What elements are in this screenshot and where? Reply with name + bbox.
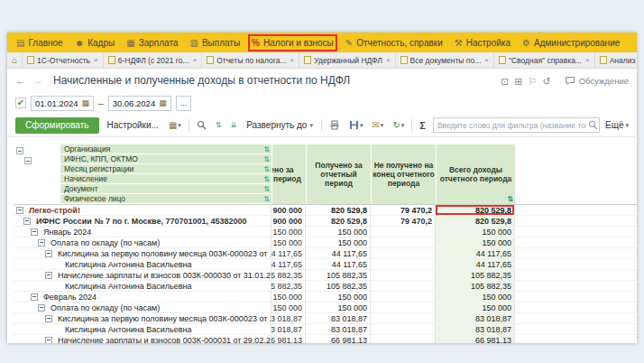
search-button[interactable]: [195, 117, 208, 134]
collapse-icon[interactable]: [38, 304, 45, 312]
table-row[interactable]: Легко-строй! 900 000 820 529,8 79 470,2 …: [14, 205, 637, 216]
collapse-icon[interactable]: [45, 315, 52, 322]
row-label-cell[interactable]: Кислицина за первую половину месяца 003К…: [14, 313, 271, 323]
cell-not-received[interactable]: [371, 259, 436, 269]
cell-not-received[interactable]: [371, 335, 436, 343]
grouping-field[interactable]: Документ ⇅: [60, 184, 271, 194]
cell-accrued[interactable]: 150 000: [271, 237, 306, 247]
cell-accrued[interactable]: 150 000: [271, 227, 306, 237]
cell-accrued[interactable]: 900 000: [271, 205, 306, 215]
form-tab[interactable]: 1С-Отчетность ×: [23, 52, 104, 68]
cell-received[interactable]: 105 882,35: [306, 270, 371, 280]
row-label-cell[interactable]: Кислицина Антонина Васильевна: [14, 281, 271, 291]
table-row[interactable]: Оплата по окладу (по часам) 150 000 150 …: [14, 237, 637, 248]
cell-total[interactable]: 44 117,65: [436, 248, 515, 258]
table-row[interactable]: Кислицина Антонина Васильевна 83 018,87 …: [14, 324, 637, 335]
more-button[interactable]: Ещё ▾: [605, 120, 629, 130]
row-label-cell[interactable]: Кислицина за первую половину месяца 003К…: [14, 248, 271, 258]
cell-not-received[interactable]: [371, 227, 436, 237]
menu-item[interactable]: ▥ Выплаты: [189, 38, 240, 48]
sort-icon[interactable]: ⇅: [507, 195, 513, 204]
row-label-cell[interactable]: ИФНС России № 7 по г. Москве, 770701001,…: [14, 216, 271, 226]
cell-not-received[interactable]: 79 470,2: [371, 205, 436, 215]
tab-close-icon[interactable]: ×: [94, 56, 98, 64]
row-label-cell[interactable]: Февраль 2024: [14, 292, 271, 302]
menu-item[interactable]: % Налоги и взносы: [252, 38, 334, 48]
tab-close-icon[interactable]: ×: [585, 56, 590, 64]
cell-received[interactable]: 820 529,8: [306, 216, 371, 226]
collapse-icon[interactable]: [31, 293, 38, 301]
cell-total[interactable]: 820 529,8: [436, 205, 515, 215]
back-arrow-icon[interactable]: ←: [15, 74, 26, 87]
cell-total[interactable]: 105 882,35: [436, 270, 515, 280]
menu-item[interactable]: ▤ Главное: [16, 38, 63, 48]
cell-total[interactable]: 44 117,65: [436, 259, 515, 269]
table-row[interactable]: Оплата по окладу (по часам) 150 000 150 …: [14, 302, 637, 313]
settings-button[interactable]: Настройки...: [105, 117, 161, 134]
collapse-level-icon[interactable]: [24, 157, 32, 164]
date-from-field[interactable]: 01.01.2024 ▦: [31, 96, 94, 111]
cell-total[interactable]: 820 529,8: [436, 216, 515, 226]
cell-received[interactable]: 66 981,13: [306, 335, 371, 343]
cell-accrued[interactable]: 150 000: [271, 292, 306, 302]
sort-icon[interactable]: ⇅: [263, 165, 270, 173]
cell-total[interactable]: 105 882,35: [436, 281, 515, 291]
calendar-icon[interactable]: ▦: [159, 98, 167, 107]
table-row[interactable]: Кислицина Антонина Васильевна 44 117,65 …: [14, 259, 637, 270]
cell-received[interactable]: 83 018,87: [306, 324, 371, 334]
cell-not-received[interactable]: [371, 302, 436, 312]
row-label-cell[interactable]: Начисление зарплаты и взносов 003К-00003…: [14, 335, 271, 343]
cell-not-received[interactable]: [371, 237, 436, 247]
tab-close-icon[interactable]: ×: [386, 56, 391, 64]
sort-asc-button[interactable]: ⇅: [214, 117, 224, 134]
grouping-field[interactable]: Физическое лицо ⇅: [60, 194, 271, 204]
menu-item[interactable]: ⚙ Администрирование: [522, 38, 620, 48]
filter-search-input[interactable]: [433, 117, 600, 133]
menu-item[interactable]: ✎ Отчетность, справки: [345, 38, 443, 48]
table-row[interactable]: Февраль 2024 150 000 150 000 150 000: [14, 292, 637, 302]
grouping-field[interactable]: Организация ⇅: [60, 144, 271, 154]
tab-close-icon[interactable]: ×: [193, 56, 198, 64]
table-row[interactable]: Январь 2024 150 000 150 000 150 000: [14, 227, 637, 237]
cell-not-received[interactable]: [371, 281, 436, 291]
sort-desc-button[interactable]: ⇊: [229, 117, 239, 134]
cell-total[interactable]: 150 000: [436, 292, 515, 302]
cell-not-received[interactable]: [371, 270, 436, 280]
sort-icon[interactable]: ⇅: [263, 175, 270, 183]
row-label-cell[interactable]: Легко-строй!: [14, 205, 271, 215]
table-row[interactable]: Начисление зарплаты и взносов 003К-00003…: [14, 335, 637, 343]
cell-received[interactable]: 150 000: [306, 292, 371, 302]
cell-accrued[interactable]: 900 000: [271, 216, 306, 226]
window-icon[interactable]: ⊞: [514, 76, 522, 87]
cell-received[interactable]: 83 018,87: [306, 313, 371, 323]
row-label-cell[interactable]: Оплата по окладу (по часам): [14, 302, 271, 312]
cell-accrued[interactable]: 83 018,87: [271, 324, 306, 334]
cell-received[interactable]: 150 000: [306, 227, 371, 237]
table-row[interactable]: Кислицина за первую половину месяца 003К…: [14, 248, 637, 259]
refresh-button[interactable]: ↻ ▾: [391, 117, 406, 134]
cell-total[interactable]: 150 000: [436, 237, 515, 247]
row-label-cell[interactable]: Кислицина Антонина Васильевна: [14, 324, 271, 334]
form-tab[interactable]: Анализ НДФЛ по... ×: [595, 52, 637, 68]
cell-not-received[interactable]: [371, 313, 436, 323]
form-tab[interactable]: Отчеты по налога... ×: [202, 52, 299, 68]
form-tab[interactable]: Все документы по... ×: [396, 52, 494, 68]
table-row[interactable]: Кислицина за первую половину месяца 003К…: [14, 313, 637, 324]
form-tab[interactable]: Удержанный НДФЛ ×: [299, 52, 395, 68]
cell-not-received[interactable]: [371, 248, 436, 258]
grouping-field[interactable]: ИФНС, КПП, ОКТМО ⇅: [60, 154, 271, 164]
table-row[interactable]: ИФНС России № 7 по г. Москве, 770701001,…: [14, 216, 637, 227]
cell-received[interactable]: 105 882,35: [306, 281, 371, 291]
collapse-icon[interactable]: [45, 272, 52, 279]
date-to-field[interactable]: 30.06.2024 ▦: [108, 96, 171, 111]
window-icon[interactable]: ↺: [542, 76, 550, 87]
sort-icon[interactable]: ⇅: [263, 155, 270, 163]
sum-button[interactable]: Σ: [418, 117, 428, 134]
cell-received[interactable]: 820 529,8: [306, 205, 371, 215]
collapse-icon[interactable]: [31, 228, 38, 236]
form-tab[interactable]: "Сводная" справка... ×: [494, 52, 595, 68]
row-label-cell[interactable]: Кислицина Антонина Васильевна: [14, 259, 271, 269]
collapse-level-icon[interactable]: [16, 147, 23, 154]
generate-button[interactable]: Сформировать: [15, 117, 99, 134]
sort-icon[interactable]: ⇅: [263, 195, 270, 203]
